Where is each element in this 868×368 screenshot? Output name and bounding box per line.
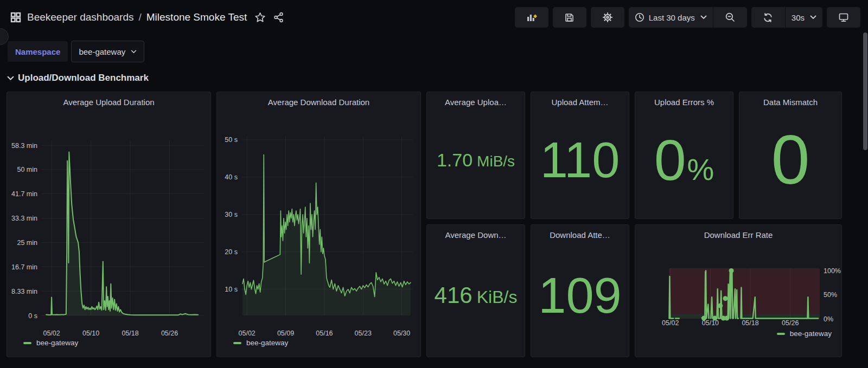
time-range-picker[interactable]: Last 30 days (629, 7, 713, 28)
refresh-button[interactable] (751, 7, 785, 28)
svg-text:05/26: 05/26 (782, 319, 799, 327)
svg-text:05/18: 05/18 (122, 330, 138, 337)
panel-title[interactable]: Upload Attem… (531, 95, 629, 109)
namespace-variable-select[interactable]: bee-gateway (71, 41, 144, 62)
svg-text:41.7 min: 41.7 min (11, 190, 37, 198)
svg-text:05/18: 05/18 (742, 319, 758, 327)
panel-title[interactable]: Upload Errors % (635, 95, 733, 109)
svg-text:05/16: 05/16 (316, 330, 333, 337)
svg-text:10 s: 10 s (225, 286, 238, 293)
panel-average-upload-rate: Average Uploa… 1.70 MiB/s (426, 92, 525, 219)
chevron-down-icon (810, 15, 816, 20)
panel-title[interactable]: Average Upload Duration (7, 95, 210, 109)
panel-download-err-rate: Download Err Rate 05/0205/1005/1805/260%… (635, 224, 842, 357)
svg-text:58.3 min: 58.3 min (11, 142, 37, 150)
panel-title[interactable]: Download Atte… (531, 228, 629, 242)
stat-value: 0 % (654, 131, 714, 189)
monitor-icon (838, 12, 849, 23)
panel-average-upload-duration: Average Upload Duration 05/0205/1005/180… (7, 92, 211, 357)
apps-grid-icon[interactable] (10, 11, 22, 23)
dashboard-variables-row: Namespace bee-gateway (0, 41, 868, 62)
magnifier-minus-icon (725, 12, 736, 23)
zoom-out-button[interactable] (713, 7, 747, 28)
svg-text:50 s: 50 s (225, 136, 238, 144)
svg-text:33.3 min: 33.3 min (11, 215, 37, 222)
dashboard-grid: Average Upload Duration 05/0205/1005/180… (7, 92, 861, 357)
legend-swatch (233, 342, 241, 344)
dashboard-toolbar: Last 30 days (515, 7, 860, 28)
time-range-group: Last 30 days (629, 7, 747, 28)
svg-text:50 min: 50 min (17, 166, 37, 173)
legend-swatch (777, 333, 785, 335)
breadcrumb-separator: / (138, 11, 141, 23)
download-duration-chart[interactable]: 05/0205/0905/1605/2305/3010 s20 s30 s40 … (217, 109, 419, 339)
svg-text:05/09: 05/09 (277, 330, 294, 337)
svg-text:50%: 50% (824, 291, 837, 299)
refresh-icon (763, 12, 773, 23)
stat-value: 109 (538, 270, 622, 320)
stat-value: 416 KiB/s (435, 284, 518, 307)
panel-average-download-rate: Average Down… 416 KiB/s (426, 224, 525, 357)
breadcrumb-current[interactable]: Milestone Smoke Test (146, 11, 247, 23)
chevron-down-icon (7, 76, 14, 81)
download-err-rate-chart[interactable]: 05/0205/1005/1805/260%50%100% (635, 242, 842, 328)
panel-title[interactable]: Download Err Rate (635, 228, 841, 242)
refresh-interval-label: 30s (792, 13, 805, 22)
panel-title[interactable]: Average Uploa… (427, 95, 525, 109)
panel-upload-attempts: Upload Attem… 110 (531, 92, 629, 219)
svg-text:05/23: 05/23 (355, 330, 372, 337)
dashboard-settings-button[interactable] (591, 7, 624, 28)
svg-text:25 min: 25 min (17, 239, 37, 247)
svg-text:05/26: 05/26 (161, 330, 178, 337)
breadcrumb: Beekeeper dashboards / Milestone Smoke T… (27, 11, 247, 23)
star-outline-icon[interactable] (254, 12, 266, 23)
save-dashboard-button[interactable] (553, 7, 586, 28)
svg-text:05/02: 05/02 (239, 330, 256, 337)
upload-duration-chart[interactable]: 05/0205/1005/1805/260 s8.33 min16.7 min2… (7, 109, 209, 339)
legend-label: bee-gateway (36, 339, 78, 347)
chevron-down-icon (131, 50, 137, 54)
svg-text:100%: 100% (824, 267, 841, 275)
section-title: Upload/Download Benchmark (18, 73, 149, 83)
kiosk-mode-button[interactable] (827, 7, 860, 28)
stat-value: 1.70 MiB/s (437, 151, 515, 169)
add-panel-button[interactable] (515, 7, 548, 28)
svg-text:8.33 min: 8.33 min (11, 288, 37, 295)
panel-data-mismatch: Data Mismatch 0 (739, 92, 842, 219)
stat-value: 0 (771, 125, 809, 195)
svg-text:20 s: 20 s (225, 248, 238, 256)
svg-text:16.7 min: 16.7 min (11, 263, 37, 271)
svg-text:30 s: 30 s (225, 211, 238, 218)
clock-icon (635, 12, 644, 22)
legend-item[interactable]: bee-gateway (635, 330, 832, 338)
panel-average-download-duration: Average Download Duration 05/0205/0905/1… (216, 92, 421, 357)
legend-swatch (23, 342, 31, 344)
svg-text:05/10: 05/10 (82, 330, 99, 337)
page-header: Beekeeper dashboards / Milestone Smoke T… (0, 0, 868, 35)
share-icon[interactable] (273, 12, 284, 23)
legend-item[interactable]: bee-gateway (233, 339, 420, 347)
vertical-scrollbar[interactable] (863, 33, 867, 150)
svg-text:0 s: 0 s (28, 312, 37, 320)
plus-badge (533, 15, 537, 18)
svg-text:05/02: 05/02 (662, 319, 679, 327)
breadcrumb-root[interactable]: Beekeeper dashboards (27, 11, 133, 23)
namespace-variable-label: Namespace (8, 41, 68, 62)
panel-title[interactable]: Average Download Duration (217, 95, 420, 109)
panel-title[interactable]: Average Down… (427, 228, 525, 242)
svg-text:40 s: 40 s (225, 173, 238, 181)
panel-title[interactable]: Data Mismatch (739, 95, 841, 109)
legend-label: bee-gateway (790, 330, 832, 338)
row-upload-download-benchmark[interactable]: Upload/Download Benchmark (7, 73, 868, 83)
time-range-label: Last 30 days (649, 13, 695, 22)
refresh-group: 30s (751, 7, 822, 28)
svg-text:0%: 0% (824, 315, 833, 323)
svg-text:05/30: 05/30 (393, 330, 410, 337)
legend-label: bee-gateway (246, 339, 288, 347)
refresh-interval-picker[interactable]: 30s (786, 7, 822, 28)
panel-upload-errors-pct: Upload Errors % 0 % (635, 92, 733, 219)
chevron-down-icon (700, 15, 707, 20)
panel-download-attempts: Download Atte… 109 (531, 224, 629, 357)
svg-text:05/02: 05/02 (43, 330, 60, 337)
legend-item[interactable]: bee-gateway (23, 339, 210, 347)
